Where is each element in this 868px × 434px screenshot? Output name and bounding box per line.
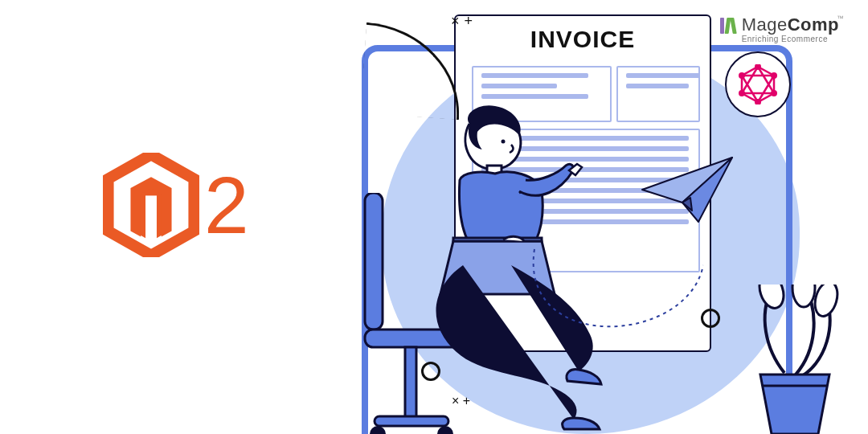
illustration-cluster: INVOICE ×+ × <box>346 0 860 434</box>
svg-point-22 <box>792 285 815 307</box>
sparkle-icon: × + <box>452 394 470 408</box>
svg-point-10 <box>739 90 745 96</box>
person-with-laptop-icon <box>383 96 632 434</box>
magento-hex-icon <box>103 153 199 257</box>
svg-point-7 <box>771 72 777 79</box>
svg-point-8 <box>771 90 777 96</box>
potted-plant-icon <box>743 285 847 434</box>
magento-version-number: 2 <box>204 165 249 245</box>
decorative-ring-icon <box>701 309 720 328</box>
paper-plane-icon <box>639 154 735 227</box>
svg-rect-1 <box>145 195 157 242</box>
graphql-badge <box>725 51 791 117</box>
invoice-title: INVOICE <box>456 26 710 53</box>
graphql-icon <box>738 64 778 104</box>
magento2-badge: 2 <box>103 153 249 257</box>
sparkle-icon: ×+ <box>448 13 475 30</box>
svg-point-19 <box>502 140 506 144</box>
svg-point-21 <box>755 285 788 311</box>
decorative-ring-icon <box>421 362 440 381</box>
svg-rect-12 <box>365 193 383 330</box>
svg-point-11 <box>739 72 745 79</box>
